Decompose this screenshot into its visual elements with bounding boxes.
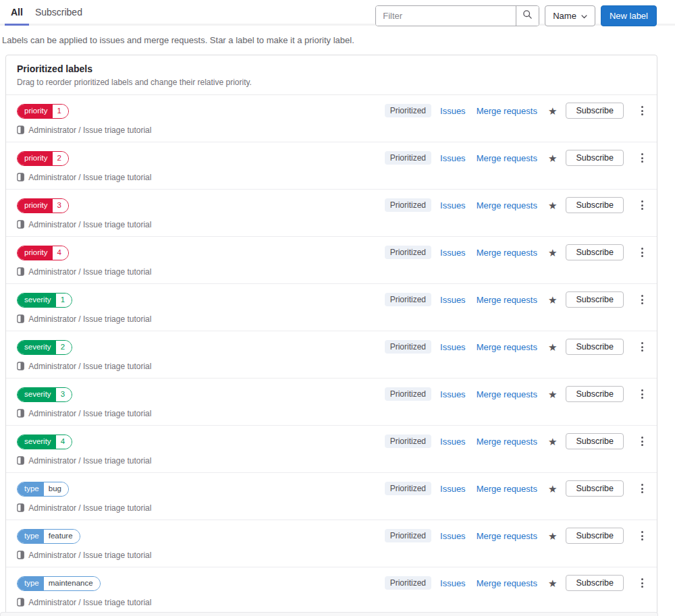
subscribe-button[interactable]: Subscribe xyxy=(566,197,624,213)
project-icon xyxy=(17,505,26,514)
star-icon[interactable]: ★ xyxy=(548,200,557,211)
prioritized-badge: Prioritized xyxy=(385,529,431,542)
scoped-label[interactable]: severity 4 xyxy=(17,435,72,449)
merge-requests-link[interactable]: Merge requests xyxy=(477,342,537,352)
tab-subscribed[interactable]: Subscribed xyxy=(29,1,88,26)
project-path: Administrator / Issue triage tutorial xyxy=(17,171,169,184)
kebab-menu-icon[interactable] xyxy=(638,576,647,590)
merge-requests-link[interactable]: Merge requests xyxy=(477,578,537,588)
prioritized-badge: Prioritized xyxy=(385,340,431,354)
issues-link[interactable]: Issues xyxy=(440,437,466,447)
issues-link[interactable]: Issues xyxy=(440,295,466,305)
scoped-label[interactable]: priority 3 xyxy=(17,198,69,213)
merge-requests-link[interactable]: Merge requests xyxy=(477,153,537,163)
issues-link[interactable]: Issues xyxy=(440,578,466,588)
merge-requests-link[interactable]: Merge requests xyxy=(477,389,537,399)
tab-all[interactable]: All xyxy=(5,1,29,26)
kebab-menu-icon[interactable] xyxy=(638,434,647,449)
subscribe-button[interactable]: Subscribe xyxy=(566,480,624,497)
project-path: Administrator / Issue triage tutorial xyxy=(17,124,169,136)
subscribe-button[interactable]: Subscribe xyxy=(566,528,624,544)
scoped-label[interactable]: priority 4 xyxy=(17,246,69,260)
kebab-menu-icon[interactable] xyxy=(638,339,647,354)
filter-input[interactable] xyxy=(376,6,516,26)
row-controls: Prioritized Issues Merge requests ★ Subs… xyxy=(385,386,647,402)
chevron-down-icon xyxy=(581,11,587,21)
kebab-menu-icon[interactable] xyxy=(638,198,647,213)
subscribe-button[interactable]: Subscribe xyxy=(566,433,624,449)
row-controls: Prioritized Issues Merge requests ★ Subs… xyxy=(385,433,647,449)
row-controls: Prioritized Issues Merge requests ★ Subs… xyxy=(385,339,647,355)
scoped-label[interactable]: priority 1 xyxy=(17,104,69,119)
kebab-menu-icon[interactable] xyxy=(638,292,647,307)
star-icon[interactable]: ★ xyxy=(548,295,557,305)
kebab-menu-icon[interactable] xyxy=(638,387,647,401)
kebab-menu-icon[interactable] xyxy=(638,481,647,496)
kebab-menu-icon[interactable] xyxy=(638,528,647,543)
star-icon[interactable]: ★ xyxy=(548,437,557,447)
kebab-menu-icon[interactable] xyxy=(638,150,647,165)
merge-requests-link[interactable]: Merge requests xyxy=(477,437,537,447)
star-icon[interactable]: ★ xyxy=(548,106,557,116)
merge-requests-link[interactable]: Merge requests xyxy=(477,531,537,541)
star-icon[interactable]: ★ xyxy=(548,153,557,163)
scoped-label[interactable]: severity 3 xyxy=(17,387,72,402)
kebab-menu-icon[interactable] xyxy=(638,245,647,260)
star-icon[interactable]: ★ xyxy=(548,389,557,399)
scoped-label[interactable]: type bug xyxy=(17,482,69,497)
star-icon[interactable]: ★ xyxy=(548,248,557,258)
scoped-label-key: severity xyxy=(18,341,56,354)
scoped-label[interactable]: priority 2 xyxy=(17,151,69,166)
label-row: severity 3 Administrator / Issue triage … xyxy=(6,379,657,426)
scoped-label-key: type xyxy=(18,530,44,543)
star-icon[interactable]: ★ xyxy=(548,342,557,352)
project-path-text: Administrator / Issue triage tutorial xyxy=(28,503,151,513)
label-row: priority 2 Administrator / Issue triage … xyxy=(6,142,657,190)
merge-requests-link[interactable]: Merge requests xyxy=(477,295,537,305)
sort-dropdown[interactable]: Name xyxy=(545,5,595,26)
merge-requests-link[interactable]: Merge requests xyxy=(477,200,537,211)
new-label-button[interactable]: New label xyxy=(601,5,657,26)
scoped-label-key: type xyxy=(18,482,44,496)
subscribe-button[interactable]: Subscribe xyxy=(566,150,624,166)
sort-dropdown-label: Name xyxy=(553,11,576,21)
scoped-label-value: 3 xyxy=(56,388,72,401)
project-path-text: Administrator / Issue triage tutorial xyxy=(28,362,151,371)
scoped-label-key: type xyxy=(18,577,44,590)
project-path-text: Administrator / Issue triage tutorial xyxy=(28,598,151,607)
search-button[interactable] xyxy=(516,6,539,26)
star-icon[interactable]: ★ xyxy=(548,484,557,494)
row-controls: Prioritized Issues Merge requests ★ Subs… xyxy=(385,197,647,213)
issues-link[interactable]: Issues xyxy=(440,248,466,258)
scoped-label[interactable]: type maintenance xyxy=(17,576,101,591)
kebab-menu-icon[interactable] xyxy=(638,103,647,118)
issues-link[interactable]: Issues xyxy=(440,389,466,399)
scoped-label-key: severity xyxy=(18,388,56,401)
issues-link[interactable]: Issues xyxy=(440,200,466,211)
subscribe-button[interactable]: Subscribe xyxy=(566,244,624,260)
prioritized-badge: Prioritized xyxy=(385,151,431,165)
scoped-label-value: 2 xyxy=(53,152,68,165)
scoped-label[interactable]: severity 2 xyxy=(17,340,72,355)
row-controls: Prioritized Issues Merge requests ★ Subs… xyxy=(385,150,647,166)
merge-requests-link[interactable]: Merge requests xyxy=(477,484,537,494)
project-path-text: Administrator / Issue triage tutorial xyxy=(28,551,151,560)
star-icon[interactable]: ★ xyxy=(548,578,557,588)
subscribe-button[interactable]: Subscribe xyxy=(566,291,624,308)
subscribe-button[interactable]: Subscribe xyxy=(566,386,624,402)
star-icon[interactable]: ★ xyxy=(548,531,557,541)
issues-link[interactable]: Issues xyxy=(440,484,466,494)
issues-link[interactable]: Issues xyxy=(440,531,466,541)
scoped-label[interactable]: severity 1 xyxy=(17,293,72,308)
merge-requests-link[interactable]: Merge requests xyxy=(477,248,537,258)
subscribe-button[interactable]: Subscribe xyxy=(566,339,624,355)
scoped-label[interactable]: type feature xyxy=(17,529,80,544)
issues-link[interactable]: Issues xyxy=(440,342,466,352)
merge-requests-link[interactable]: Merge requests xyxy=(477,106,537,116)
issues-link[interactable]: Issues xyxy=(440,106,466,116)
subscribe-button[interactable]: Subscribe xyxy=(566,575,624,591)
prioritized-badge: Prioritized xyxy=(385,576,431,590)
issues-link[interactable]: Issues xyxy=(440,153,466,163)
row-controls: Prioritized Issues Merge requests ★ Subs… xyxy=(385,480,647,497)
subscribe-button[interactable]: Subscribe xyxy=(566,103,624,119)
